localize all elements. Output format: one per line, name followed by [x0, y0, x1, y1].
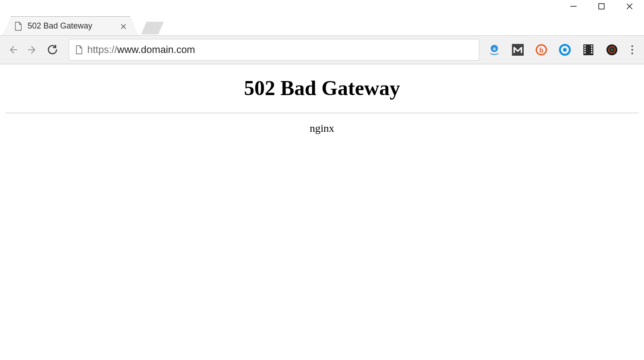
close-icon: [121, 24, 126, 29]
forward-button[interactable]: [24, 42, 41, 58]
minimize-icon: [570, 3, 577, 10]
dots-icon: [631, 45, 633, 47]
url-host: www.domain.com: [117, 44, 195, 55]
arrow-left-icon: [7, 44, 18, 55]
svg-rect-17: [584, 52, 586, 53]
close-icon: [626, 3, 633, 10]
svg-rect-14: [584, 45, 586, 47]
back-button[interactable]: [5, 42, 21, 58]
svg-point-12: [563, 48, 567, 52]
url-scheme: https://: [87, 44, 117, 55]
window-maximize-button[interactable]: [598, 3, 605, 10]
lens-extension-icon[interactable]: [605, 43, 619, 57]
reload-button[interactable]: [44, 42, 61, 58]
server-name: nginx: [5, 122, 639, 134]
film-icon: [583, 44, 594, 56]
window-minimize-button[interactable]: [570, 3, 577, 10]
amazon-assistant-icon[interactable]: a: [488, 43, 501, 57]
bitly-extension-icon[interactable]: b: [535, 43, 548, 57]
error-heading: 502 Bad Gateway: [5, 76, 639, 100]
address-bar[interactable]: https://www.domain.com: [69, 39, 479, 61]
svg-rect-16: [584, 50, 586, 51]
svg-rect-15: [584, 48, 586, 49]
page-info-icon: [76, 45, 83, 54]
tab-close-button[interactable]: [121, 22, 126, 30]
svg-rect-19: [591, 48, 592, 49]
mega-extension-icon[interactable]: [511, 43, 525, 57]
svg-text:b: b: [539, 46, 543, 54]
lens-icon: [606, 44, 618, 56]
address-bar-text: https://www.domain.com: [87, 44, 195, 56]
svg-rect-18: [591, 45, 592, 47]
arrow-right-icon: [27, 44, 38, 55]
svg-text:a: a: [493, 46, 496, 51]
new-tab-button[interactable]: [141, 22, 164, 34]
b-icon: b: [535, 44, 547, 56]
page-favicon-icon: [14, 22, 22, 31]
q-extension-icon[interactable]: [558, 43, 572, 57]
svg-rect-1: [599, 4, 604, 9]
svg-point-24: [611, 48, 613, 51]
window-controls: [0, 0, 644, 13]
svg-rect-21: [591, 52, 592, 53]
tab-title: 502 Bad Gateway: [28, 21, 92, 31]
extensions-row: a b: [488, 43, 638, 57]
svg-rect-20: [591, 50, 592, 51]
divider: [5, 113, 639, 113]
reload-icon: [47, 44, 58, 55]
page-content: 502 Bad Gateway nginx: [0, 64, 644, 140]
amazon-icon: a: [488, 44, 500, 56]
window-close-button[interactable]: [626, 3, 633, 10]
browser-menu-button[interactable]: [629, 45, 636, 54]
tab-active[interactable]: 502 Bad Gateway: [3, 16, 138, 35]
tab-strip: 502 Bad Gateway: [0, 13, 644, 35]
m-icon: [512, 44, 524, 56]
browser-toolbar: https://www.domain.com a b: [0, 35, 644, 64]
maximize-icon: [598, 3, 605, 10]
q-icon: [559, 44, 571, 56]
film-extension-icon[interactable]: [582, 43, 595, 57]
